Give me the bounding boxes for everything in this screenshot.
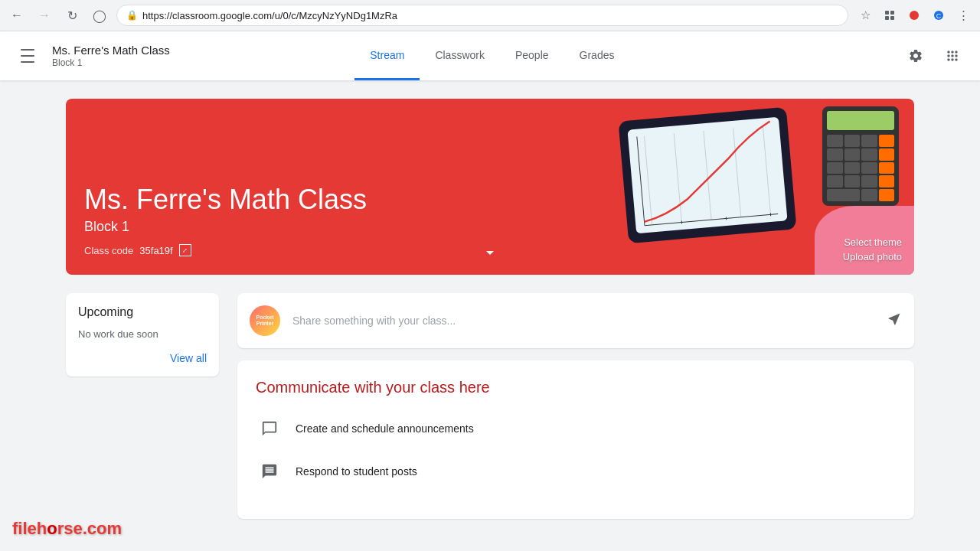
url-text: https://classroom.google.com/u/0/c/MzcyN… [142, 10, 838, 21]
forward-button[interactable]: → [34, 5, 55, 26]
tab-stream[interactable]: Stream [354, 31, 420, 80]
reload-button[interactable]: ↻ [61, 5, 83, 26]
share-card: PocketPrinter Share something with your … [237, 293, 914, 348]
svg-rect-9 [21, 61, 34, 63]
ssl-lock-icon: 🔒 [126, 10, 138, 21]
banner-code-value: 35fa19f [139, 245, 172, 256]
tablet-illustration [618, 107, 796, 244]
class-subtitle: Block 1 [52, 57, 170, 68]
communicate-card: Communicate with your class here Create … [237, 360, 914, 519]
view-all-link[interactable]: View all [78, 352, 207, 364]
svg-line-16 [637, 137, 645, 226]
svg-rect-7 [21, 49, 34, 51]
upcoming-title: Upcoming [78, 305, 207, 319]
banner-code: Class code 35fa19f ⤢ [84, 244, 367, 256]
banner-class-name: Ms. Ferre's Math Class [84, 183, 367, 216]
extension-button-1[interactable] [879, 5, 900, 26]
browser-toolbar: ← → ↻ ◯ 🔒 https://classroom.google.com/u… [0, 0, 980, 31]
menu-button[interactable] [12, 41, 43, 71]
banner-code-label: Class code [84, 245, 133, 256]
banner-chevron[interactable] [481, 243, 499, 266]
bookmark-button[interactable]: ☆ [854, 5, 876, 26]
watermark-prefix: fileh [12, 519, 47, 537]
upcoming-card: Upcoming No work due soon View all [66, 293, 219, 377]
share-icon[interactable] [887, 311, 902, 331]
tab-classwork[interactable]: Classwork [420, 31, 500, 80]
svg-line-14 [763, 126, 770, 214]
upload-photo-link[interactable]: Upload photo [843, 251, 902, 262]
tab-people[interactable]: People [500, 31, 564, 80]
header-nav: Stream Classwork People Grades [170, 31, 815, 80]
class-title-block: Ms. Ferre's Math Class Block 1 [52, 44, 170, 68]
tablet-screen [627, 117, 787, 234]
svg-line-10 [645, 136, 652, 225]
svg-rect-3 [890, 16, 894, 20]
svg-line-13 [733, 129, 741, 217]
calc-buttons [827, 135, 894, 201]
share-input[interactable]: Share something with your class... [292, 315, 874, 327]
banner-content: Ms. Ferre's Math Class Block 1 Class cod… [84, 183, 367, 256]
google-apps-button[interactable] [937, 41, 968, 71]
expand-code-icon[interactable]: ⤢ [179, 244, 191, 256]
calculator-illustration [822, 106, 899, 206]
svg-rect-2 [885, 16, 889, 20]
svg-line-15 [645, 214, 778, 225]
communicate-item-1: Create and schedule announcements [256, 415, 896, 442]
home-button[interactable]: ◯ [89, 5, 110, 26]
announcements-icon [256, 415, 283, 442]
app-header: Ms. Ferre's Math Class Block 1 Stream Cl… [0, 31, 980, 80]
header-right [815, 41, 968, 71]
browser-chrome: ← → ↻ ◯ 🔒 https://classroom.google.com/u… [0, 0, 980, 31]
settings-button[interactable] [900, 41, 931, 71]
main-content: Ms. Ferre's Math Class Block 1 Class cod… [54, 80, 926, 537]
banner-actions: Select theme Upload photo [843, 236, 902, 262]
svg-point-4 [910, 11, 919, 20]
feed: PocketPrinter Share something with your … [237, 293, 914, 519]
content-columns: Upcoming No work due soon View all Pocke… [66, 293, 914, 519]
extension-button-3[interactable]: C [928, 5, 949, 26]
svg-text:C: C [936, 12, 942, 20]
header-left: Ms. Ferre's Math Class Block 1 [12, 41, 170, 71]
address-bar[interactable]: 🔒 https://classroom.google.com/u/0/c/Mzc… [116, 5, 848, 26]
calc-screen [827, 111, 894, 130]
extension-button-2[interactable] [903, 5, 925, 26]
respond-icon [256, 458, 283, 485]
communicate-item-1-text: Create and schedule announcements [296, 422, 474, 435]
browser-actions: ☆ C ⋮ [854, 5, 974, 26]
no-work-text: No work due soon [78, 328, 207, 340]
back-button[interactable]: ← [6, 5, 28, 26]
svg-rect-0 [885, 11, 889, 15]
svg-line-12 [704, 131, 711, 220]
avatar-image: PocketPrinter [250, 305, 280, 336]
tab-grades[interactable]: Grades [564, 31, 630, 80]
user-avatar: PocketPrinter [250, 305, 280, 336]
communicate-title: Communicate with your class here [256, 379, 896, 396]
svg-rect-1 [890, 11, 894, 15]
class-title: Ms. Ferre's Math Class [52, 44, 170, 57]
svg-rect-8 [21, 55, 34, 57]
sidebar: Upcoming No work due soon View all [66, 293, 219, 377]
more-options-button[interactable]: ⋮ [952, 5, 974, 26]
graph-svg [627, 117, 787, 234]
communicate-item-2-text: Respond to student posts [296, 465, 417, 478]
select-theme-link[interactable]: Select theme [844, 236, 902, 248]
class-banner: Ms. Ferre's Math Class Block 1 Class cod… [66, 99, 914, 275]
communicate-item-2: Respond to student posts [256, 458, 896, 485]
banner-block: Block 1 [84, 219, 367, 235]
